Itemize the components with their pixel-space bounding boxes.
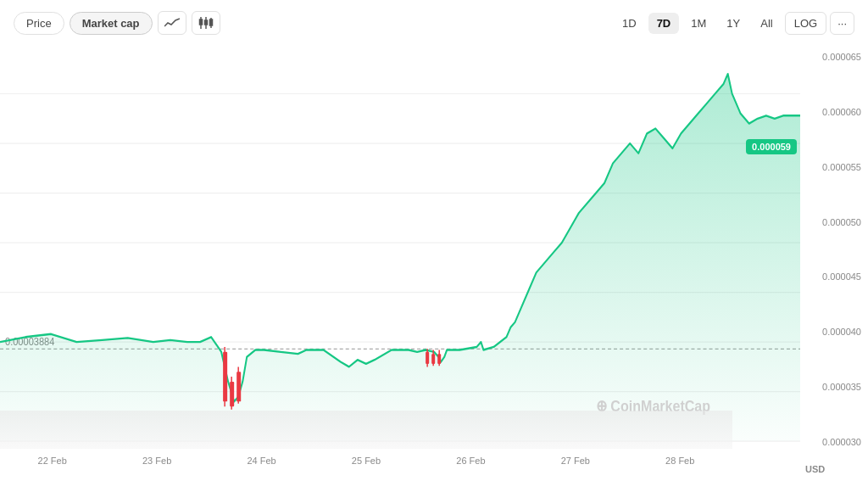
y-label-35: 0.000035 xyxy=(800,383,861,392)
usd-label: USD xyxy=(800,464,868,474)
x-label-27feb: 27 Feb xyxy=(523,456,627,466)
y-label-60: 0.000060 xyxy=(800,108,861,117)
y-label-30: 0.000030 xyxy=(800,438,861,447)
volume-area xyxy=(0,411,732,449)
chart-container: Price Market cap 1D 7D 1M xyxy=(0,0,868,481)
chart-area: 0.00003884 xyxy=(0,44,868,481)
x-axis: 22 Feb 23 Feb 24 Feb 25 Feb 26 Feb 27 Fe… xyxy=(0,449,732,481)
timeframe-1y[interactable]: 1Y xyxy=(718,13,748,34)
svg-rect-5 xyxy=(209,20,212,25)
svg-rect-3 xyxy=(204,20,207,25)
y-label-50: 0.000050 xyxy=(800,218,861,227)
timeframe-1m[interactable]: 1M xyxy=(682,13,715,34)
timeframe-1d[interactable]: 1D xyxy=(614,13,645,34)
y-label-45: 0.000045 xyxy=(800,272,861,282)
y-label-55: 0.000055 xyxy=(800,163,861,172)
x-label-23feb: 23 Feb xyxy=(104,456,209,466)
x-label-25feb: 25 Feb xyxy=(314,456,418,466)
x-label-22feb: 22 Feb xyxy=(0,456,104,466)
y-label-65: 0.000065 xyxy=(800,53,861,62)
candle-chart-icon-btn[interactable] xyxy=(192,11,220,35)
chart-svg-area[interactable]: 0.00003884 xyxy=(0,44,800,481)
y-axis: 0.000065 0.000060 0.000055 0.000050 0.00… xyxy=(800,44,868,481)
x-label-24feb: 24 Feb xyxy=(209,456,314,466)
timeframe-all[interactable]: All xyxy=(752,13,781,34)
current-price-badge: 0.000059 xyxy=(746,139,797,154)
price-tab[interactable]: Price xyxy=(14,12,64,35)
toolbar: Price Market cap 1D 7D 1M xyxy=(0,0,868,44)
more-button[interactable]: ··· xyxy=(830,12,854,35)
line-chart-icon-btn[interactable] xyxy=(158,11,186,35)
market-cap-tab[interactable]: Market cap xyxy=(70,12,153,35)
log-button[interactable]: LOG xyxy=(785,12,826,35)
svg-rect-1 xyxy=(199,20,202,25)
toolbar-right: 1D 7D 1M 1Y All LOG ··· xyxy=(614,12,854,35)
x-label-26feb: 26 Feb xyxy=(419,456,523,466)
y-label-40: 0.000040 xyxy=(800,327,861,337)
x-label-28feb: 28 Feb xyxy=(628,456,732,466)
timeframe-7d[interactable]: 7D xyxy=(648,13,680,34)
toolbar-left: Price Market cap xyxy=(14,11,220,35)
